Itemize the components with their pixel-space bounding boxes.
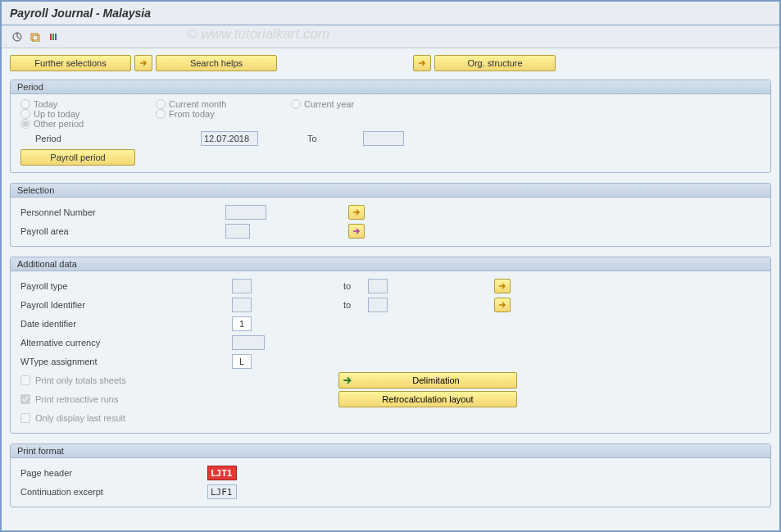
svg-rect-3	[50, 34, 52, 40]
print-totals-label: Print only totals sheets	[35, 375, 338, 385]
search-arrow-button[interactable]	[134, 55, 152, 71]
radio-other-period[interactable]: Other period	[20, 119, 156, 129]
svg-rect-2	[33, 35, 39, 42]
payroll-identifier-input[interactable]	[232, 298, 252, 312]
alt-currency-label: Alternative currency	[20, 338, 232, 348]
additional-panel: Additional data Payroll type to Payroll …	[10, 257, 771, 434]
period-label: Period	[35, 134, 152, 143]
page-header-label: Page header	[20, 468, 207, 478]
radio-current-year-input[interactable]	[291, 99, 301, 109]
org-structure-button[interactable]: Org. structure	[434, 55, 556, 71]
print-panel: Print format Page header Continuation ex…	[10, 443, 771, 507]
payroll-identifier-to-input[interactable]	[368, 298, 388, 312]
continuation-label: Continuation excerpt	[20, 487, 207, 497]
payroll-identifier-multi-button[interactable]	[494, 298, 511, 312]
top-button-row: Further selections Search helps Org. str…	[10, 55, 771, 71]
date-identifier-label: Date identifier	[20, 319, 232, 329]
svg-rect-4	[52, 34, 54, 40]
continuation-input[interactable]	[207, 484, 237, 499]
radio-from-today-input[interactable]	[156, 109, 166, 119]
payroll-type-label: Payroll type	[20, 281, 232, 291]
payroll-type-to-input[interactable]	[368, 279, 388, 293]
print-totals-checkbox[interactable]	[20, 375, 30, 385]
personnel-number-input[interactable]	[225, 205, 266, 220]
payroll-period-button[interactable]: Payroll period	[20, 149, 135, 166]
payroll-identifier-to-label: to	[343, 300, 368, 310]
payroll-area-multi-button[interactable]	[348, 224, 365, 239]
print-panel-title: Print format	[11, 444, 770, 458]
svg-rect-5	[55, 34, 57, 40]
wtype-label: WType assignment	[20, 357, 232, 366]
period-panel: Period Today Current month Current year …	[10, 80, 771, 173]
selection-panel: Selection Personnel Number Payroll area	[10, 183, 771, 247]
toolbar	[2, 25, 779, 48]
payroll-type-input[interactable]	[232, 279, 252, 293]
page-header-input[interactable]	[207, 466, 237, 480]
radio-current-year[interactable]: Current year	[291, 99, 426, 109]
retrocalc-button[interactable]: Retrocalculation layout	[338, 391, 517, 407]
radio-today-input[interactable]	[20, 99, 30, 109]
radio-other-period-input[interactable]	[20, 119, 30, 129]
payroll-type-multi-button[interactable]	[494, 279, 511, 293]
execute-icon[interactable]	[10, 30, 25, 44]
radio-today[interactable]: Today	[20, 99, 156, 109]
period-from-input[interactable]	[201, 131, 258, 146]
radio-from-today[interactable]: From today	[156, 109, 291, 119]
radio-current-month-input[interactable]	[156, 99, 166, 109]
personnel-multi-button[interactable]	[348, 205, 365, 220]
additional-panel-title: Additional data	[11, 257, 770, 271]
page-title: Payroll Journal - Malaysia	[2, 2, 779, 25]
variant-icon[interactable]	[28, 30, 43, 44]
further-selections-button[interactable]: Further selections	[10, 55, 131, 71]
only-last-label: Only display last result	[35, 413, 166, 423]
payroll-type-to-label: to	[343, 281, 368, 291]
selection-panel-title: Selection	[11, 184, 770, 198]
alt-currency-input[interactable]	[232, 335, 265, 350]
payroll-area-label: Payroll area	[20, 226, 225, 236]
print-retro-label: Print retroactive runs	[35, 394, 338, 404]
delimitation-button[interactable]: Delimitation	[338, 372, 517, 389]
info-icon[interactable]	[46, 30, 61, 44]
personnel-number-label: Personnel Number	[20, 207, 225, 217]
print-retro-checkbox[interactable]	[20, 394, 30, 404]
only-last-checkbox[interactable]	[20, 413, 30, 423]
search-helps-button[interactable]: Search helps	[156, 55, 277, 71]
radio-up-to-today[interactable]: Up to today	[20, 109, 156, 119]
payroll-area-input[interactable]	[225, 224, 250, 239]
radio-up-to-today-input[interactable]	[20, 109, 30, 119]
svg-rect-1	[31, 34, 38, 40]
payroll-identifier-label: Payroll Identifier	[20, 300, 232, 310]
date-identifier-input[interactable]	[232, 316, 252, 331]
wtype-input[interactable]	[232, 354, 252, 369]
period-panel-title: Period	[11, 80, 770, 94]
radio-current-month[interactable]: Current month	[156, 99, 291, 109]
period-to-input[interactable]	[363, 131, 404, 146]
org-arrow-button[interactable]	[413, 55, 431, 71]
period-to-label: To	[307, 134, 340, 143]
content-area: Further selections Search helps Org. str…	[2, 48, 779, 530]
